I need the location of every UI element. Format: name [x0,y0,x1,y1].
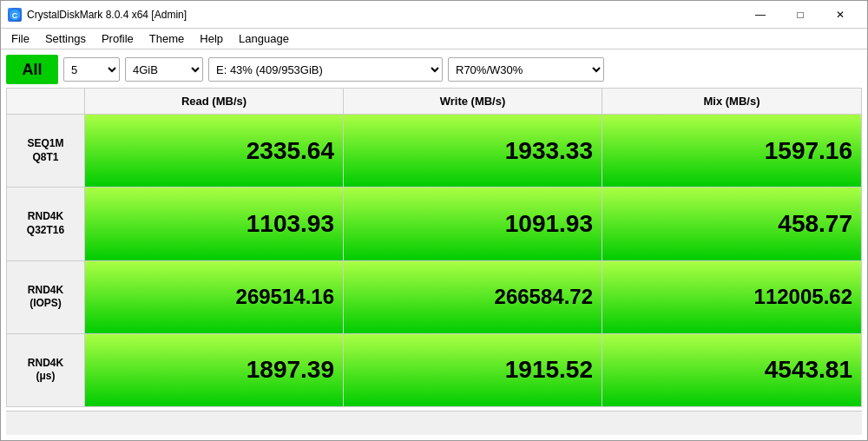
size-select[interactable]: 4GiB 1GiB 2GiB 8GiB 16GiB 32GiB 64GiB [125,57,203,82]
benchmark-table: Read (MB/s) Write (MB/s) Mix (MB/s) SEQ1… [6,88,862,407]
header-write: Write (MB/s) [344,89,602,114]
app-window: C CrystalDiskMark 8.0.4 x64 [Admin] — □ … [0,0,868,441]
rnd4k-q32-mix: 458.77 [602,188,861,260]
close-button[interactable]: ✕ [820,1,860,29]
rnd4k-us-read: 1897.39 [85,334,344,406]
seq1m-write: 1933.33 [344,115,602,187]
menu-help[interactable]: Help [193,30,230,47]
row-label-seq1m: SEQ1MQ8T1 [7,115,85,187]
drive-select[interactable]: E: 43% (409/953GiB) [208,57,443,82]
menu-theme[interactable]: Theme [142,30,191,47]
table-body: SEQ1MQ8T1 2335.64 1933.33 1597.16 RND4KQ… [7,115,861,406]
header-label [7,89,85,114]
row-label-rnd4k-q32: RND4KQ32T16 [7,188,85,260]
table-row: RND4K(μs) 1897.39 1915.52 4543.81 [7,334,861,406]
menu-file[interactable]: File [4,30,36,47]
minimize-button[interactable]: — [740,1,780,29]
rnd4k-q32-read: 1103.93 [85,188,344,260]
menu-language[interactable]: Language [232,30,296,47]
status-bar [6,411,862,435]
table-row: RND4KQ32T16 1103.93 1091.93 458.77 [7,188,861,260]
rnd4k-q32-write: 1091.93 [344,188,602,260]
table-row: RND4K(IOPS) 269514.16 266584.72 112005.6… [7,261,861,334]
table-header: Read (MB/s) Write (MB/s) Mix (MB/s) [7,89,861,115]
row-label-rnd4k-us: RND4K(μs) [7,334,85,406]
window-controls: — □ ✕ [740,1,860,29]
rnd4k-iops-write: 266584.72 [344,261,602,333]
main-content: All 5 1 3 9 4GiB 1GiB 2GiB 8GiB 16GiB 32… [1,49,867,440]
menu-profile[interactable]: Profile [95,30,141,47]
header-read: Read (MB/s) [85,89,344,114]
controls-row: All 5 1 3 9 4GiB 1GiB 2GiB 8GiB 16GiB 32… [6,55,862,84]
rnd4k-us-mix: 4543.81 [602,334,861,406]
svg-text:C: C [12,11,18,20]
menu-bar: File Settings Profile Theme Help Languag… [1,29,867,49]
rnd4k-us-write: 1915.52 [344,334,602,406]
menu-settings[interactable]: Settings [38,30,93,47]
count-select[interactable]: 5 1 3 9 [63,57,120,82]
title-bar: C CrystalDiskMark 8.0.4 x64 [Admin] — □ … [1,1,867,29]
rnd4k-iops-mix: 112005.62 [602,261,861,333]
header-mix: Mix (MB/s) [602,89,861,114]
seq1m-read: 2335.64 [85,115,344,187]
window-title: CrystalDiskMark 8.0.4 x64 [Admin] [27,9,740,21]
row-label-rnd4k-iops: RND4K(IOPS) [7,261,85,333]
maximize-button[interactable]: □ [780,1,820,29]
seq1m-mix: 1597.16 [602,115,861,187]
app-icon: C [8,8,22,22]
all-button[interactable]: All [6,55,58,84]
table-row: SEQ1MQ8T1 2335.64 1933.33 1597.16 [7,115,861,188]
rnd4k-iops-read: 269514.16 [85,261,344,333]
profile-select[interactable]: R70%/W30% Default Peak Performance [448,57,604,82]
